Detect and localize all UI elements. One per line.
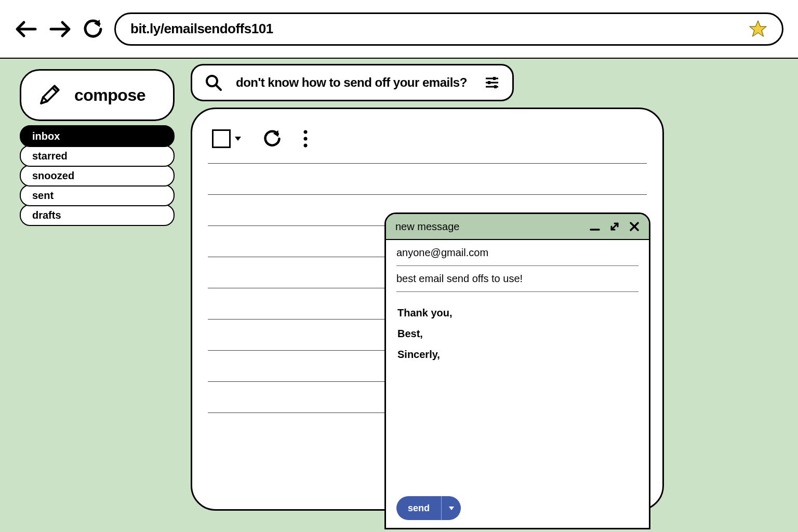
url-text: bit.ly/emailsendoffs101 — [130, 21, 273, 37]
app-body: compose inboxstarredsnoozedsentdrafts do… — [0, 59, 798, 532]
more-menu-button[interactable] — [302, 129, 309, 148]
to-field[interactable]: anyone@gmail.com — [396, 240, 639, 266]
more-vertical-icon — [302, 129, 309, 148]
reload-icon — [83, 19, 103, 39]
filter-icon[interactable] — [484, 75, 500, 90]
svg-marker-3 — [750, 21, 766, 36]
compose-title: new message — [395, 221, 459, 233]
body-line: Sincerly, — [397, 344, 637, 365]
sidebar-item-label: drafts — [32, 209, 61, 221]
sidebar-item-label: snoozed — [32, 170, 74, 182]
compose-button[interactable]: compose — [20, 69, 175, 121]
svg-line-22 — [611, 223, 618, 230]
browser-bar: bit.ly/emailsendoffs101 — [0, 0, 798, 59]
send-row: send — [386, 488, 649, 528]
svg-point-18 — [304, 130, 308, 134]
sidebar-item-snoozed[interactable]: snoozed — [20, 165, 175, 187]
minimize-icon — [590, 221, 600, 232]
svg-point-19 — [304, 137, 308, 141]
sidebar-item-drafts[interactable]: drafts — [20, 204, 175, 226]
sidebar-item-label: starred — [32, 150, 68, 162]
sidebar-item-sent[interactable]: sent — [20, 184, 175, 206]
inbox-refresh-button[interactable] — [263, 129, 282, 148]
reload-button[interactable] — [81, 17, 105, 41]
url-bar[interactable]: bit.ly/emailsendoffs101 — [114, 12, 783, 46]
svg-point-20 — [304, 144, 308, 148]
star-icon — [749, 20, 767, 38]
svg-rect-13 — [493, 77, 496, 80]
search-bar[interactable]: don't know how to send off your emails? — [191, 64, 514, 101]
arrow-right-icon — [48, 17, 72, 41]
sidebar-item-label: sent — [32, 190, 54, 202]
sidebar-item-starred[interactable]: starred — [20, 145, 175, 167]
minimize-button[interactable] — [590, 221, 600, 232]
forward-button[interactable] — [48, 17, 72, 41]
sidebar-item-inbox[interactable]: inbox — [20, 125, 175, 147]
back-button[interactable] — [15, 17, 38, 41]
svg-marker-7 — [41, 97, 47, 103]
close-icon — [629, 221, 640, 232]
caret-down-icon — [448, 505, 455, 511]
svg-marker-16 — [235, 137, 241, 141]
mail-row[interactable] — [208, 163, 647, 194]
svg-line-9 — [216, 85, 221, 90]
compose-label: compose — [74, 86, 145, 105]
subject-field[interactable]: best email send offs to use! — [396, 266, 639, 292]
compose-body[interactable]: Thank you,Best,Sincerly, — [386, 292, 649, 488]
subject-value: best email send offs to use! — [396, 273, 523, 285]
expand-button[interactable] — [609, 221, 620, 232]
inbox-toolbar — [208, 124, 647, 154]
send-button[interactable]: send — [396, 496, 461, 520]
svg-rect-15 — [494, 85, 497, 88]
svg-rect-14 — [488, 81, 490, 84]
body-line: Best, — [397, 323, 637, 344]
compose-window: new message — [384, 212, 650, 529]
close-button[interactable] — [629, 221, 640, 232]
sidebar-item-label: inbox — [32, 130, 60, 142]
compose-header: new message — [386, 214, 649, 240]
sidebar: inboxstarredsnoozedsentdrafts — [20, 125, 175, 224]
svg-marker-25 — [449, 507, 454, 510]
checkbox-icon — [212, 129, 231, 148]
search-query: don't know how to send off your emails? — [236, 75, 471, 90]
caret-down-icon — [234, 135, 242, 143]
bookmark-star-button[interactable] — [749, 20, 767, 38]
to-value: anyone@gmail.com — [396, 247, 488, 259]
pencil-icon — [37, 83, 62, 108]
search-icon — [205, 74, 222, 91]
send-label: send — [396, 496, 441, 520]
send-options-button[interactable] — [441, 496, 461, 520]
select-all[interactable] — [212, 129, 242, 148]
body-line: Thank you, — [397, 302, 637, 323]
reload-icon — [263, 129, 282, 148]
arrow-left-icon — [15, 17, 38, 41]
expand-icon — [609, 221, 620, 232]
